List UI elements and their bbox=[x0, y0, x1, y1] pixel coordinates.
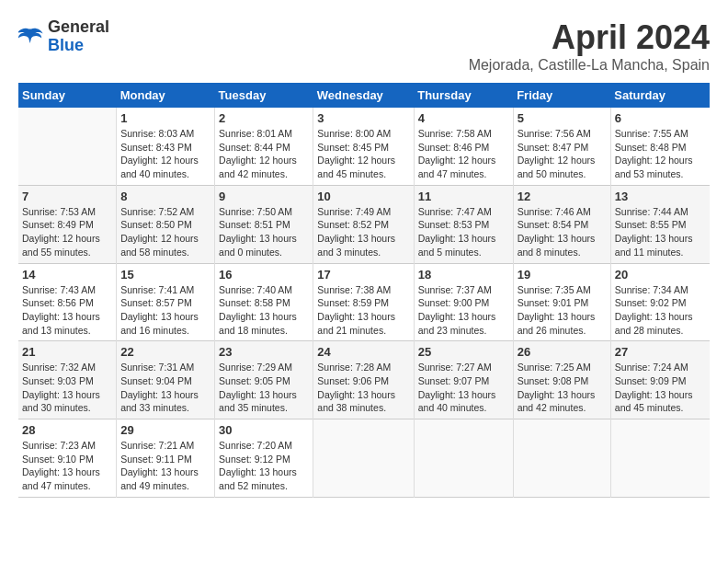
day-number: 11 bbox=[418, 190, 509, 203]
logo: General Blue bbox=[18, 18, 109, 55]
calendar-day-header: Tuesday bbox=[215, 83, 313, 108]
calendar-day-cell: 11Sunrise: 7:47 AM Sunset: 8:53 PM Dayli… bbox=[414, 185, 513, 263]
day-number: 27 bbox=[615, 345, 706, 359]
day-info: Sunrise: 7:46 AM Sunset: 8:54 PM Dayligh… bbox=[518, 205, 607, 259]
calendar-day-cell: 29Sunrise: 7:21 AM Sunset: 9:11 PM Dayli… bbox=[117, 419, 215, 498]
day-info: Sunrise: 7:47 AM Sunset: 8:53 PM Dayligh… bbox=[418, 205, 509, 259]
calendar-day-cell: 9Sunrise: 7:50 AM Sunset: 8:51 PM Daylig… bbox=[215, 185, 313, 263]
day-number: 13 bbox=[615, 190, 706, 203]
day-number: 17 bbox=[317, 268, 409, 282]
day-info: Sunrise: 7:38 AM Sunset: 8:59 PM Dayligh… bbox=[317, 283, 409, 338]
day-number: 14 bbox=[22, 268, 112, 282]
calendar-day-cell: 10Sunrise: 7:49 AM Sunset: 8:52 PM Dayli… bbox=[313, 185, 414, 263]
calendar-day-cell: 6Sunrise: 7:55 AM Sunset: 8:48 PM Daylig… bbox=[610, 108, 710, 185]
day-number: 21 bbox=[22, 345, 112, 359]
calendar-day-cell: 15Sunrise: 7:41 AM Sunset: 8:57 PM Dayli… bbox=[117, 263, 215, 341]
day-number: 20 bbox=[615, 268, 706, 282]
day-number: 10 bbox=[317, 190, 409, 203]
day-number: 15 bbox=[120, 268, 210, 282]
calendar-day-cell: 23Sunrise: 7:29 AM Sunset: 9:05 PM Dayli… bbox=[215, 341, 313, 419]
calendar-day-header: Sunday bbox=[18, 83, 117, 108]
calendar-day-header: Wednesday bbox=[313, 83, 414, 108]
day-number: 19 bbox=[518, 268, 607, 282]
calendar-week-row: 14Sunrise: 7:43 AM Sunset: 8:56 PM Dayli… bbox=[18, 263, 710, 341]
calendar-day-cell bbox=[18, 108, 117, 185]
calendar-week-row: 1Sunrise: 8:03 AM Sunset: 8:43 PM Daylig… bbox=[18, 108, 710, 185]
calendar-day-cell: 18Sunrise: 7:37 AM Sunset: 9:00 PM Dayli… bbox=[414, 263, 513, 341]
calendar-day-cell: 22Sunrise: 7:31 AM Sunset: 9:04 PM Dayli… bbox=[117, 341, 215, 419]
day-number: 24 bbox=[317, 345, 409, 359]
day-info: Sunrise: 7:37 AM Sunset: 9:00 PM Dayligh… bbox=[418, 283, 509, 338]
day-info: Sunrise: 7:41 AM Sunset: 8:57 PM Dayligh… bbox=[120, 283, 210, 338]
day-info: Sunrise: 7:32 AM Sunset: 9:03 PM Dayligh… bbox=[22, 361, 112, 415]
day-number: 29 bbox=[120, 423, 210, 437]
calendar-day-cell: 13Sunrise: 7:44 AM Sunset: 8:55 PM Dayli… bbox=[610, 185, 710, 263]
day-info: Sunrise: 7:35 AM Sunset: 9:01 PM Dayligh… bbox=[518, 283, 607, 338]
day-info: Sunrise: 8:03 AM Sunset: 8:43 PM Dayligh… bbox=[120, 127, 210, 181]
calendar-week-row: 21Sunrise: 7:32 AM Sunset: 9:03 PM Dayli… bbox=[18, 341, 710, 419]
day-number: 2 bbox=[219, 111, 309, 125]
month-title: April 2024 bbox=[469, 18, 710, 57]
calendar-table: SundayMondayTuesdayWednesdayThursdayFrid… bbox=[18, 83, 710, 498]
day-info: Sunrise: 7:50 AM Sunset: 8:51 PM Dayligh… bbox=[219, 205, 309, 259]
day-number: 30 bbox=[219, 423, 309, 437]
calendar-day-cell bbox=[513, 419, 610, 498]
day-info: Sunrise: 7:28 AM Sunset: 9:06 PM Dayligh… bbox=[317, 361, 409, 415]
calendar-day-cell: 3Sunrise: 8:00 AM Sunset: 8:45 PM Daylig… bbox=[313, 108, 414, 185]
calendar-day-cell: 8Sunrise: 7:52 AM Sunset: 8:50 PM Daylig… bbox=[117, 185, 215, 263]
day-info: Sunrise: 7:58 AM Sunset: 8:46 PM Dayligh… bbox=[418, 127, 509, 181]
day-info: Sunrise: 7:24 AM Sunset: 9:09 PM Dayligh… bbox=[615, 361, 706, 415]
calendar-day-cell: 14Sunrise: 7:43 AM Sunset: 8:56 PM Dayli… bbox=[18, 263, 117, 341]
calendar-day-cell: 5Sunrise: 7:56 AM Sunset: 8:47 PM Daylig… bbox=[513, 108, 610, 185]
calendar-day-cell: 12Sunrise: 7:46 AM Sunset: 8:54 PM Dayli… bbox=[513, 185, 610, 263]
calendar-day-cell: 19Sunrise: 7:35 AM Sunset: 9:01 PM Dayli… bbox=[513, 263, 610, 341]
calendar-day-header: Saturday bbox=[610, 83, 710, 108]
day-info: Sunrise: 7:34 AM Sunset: 9:02 PM Dayligh… bbox=[615, 283, 706, 338]
day-info: Sunrise: 7:29 AM Sunset: 9:05 PM Dayligh… bbox=[219, 361, 309, 415]
logo-bird-icon bbox=[18, 24, 44, 50]
day-number: 1 bbox=[120, 111, 210, 125]
day-info: Sunrise: 8:00 AM Sunset: 8:45 PM Dayligh… bbox=[317, 127, 409, 181]
day-info: Sunrise: 7:31 AM Sunset: 9:04 PM Dayligh… bbox=[120, 361, 210, 415]
day-number: 12 bbox=[518, 190, 607, 203]
logo-blue-text: Blue bbox=[48, 37, 109, 55]
day-info: Sunrise: 7:20 AM Sunset: 9:12 PM Dayligh… bbox=[219, 439, 309, 493]
calendar-week-row: 28Sunrise: 7:23 AM Sunset: 9:10 PM Dayli… bbox=[18, 419, 710, 498]
calendar-day-cell bbox=[610, 419, 710, 498]
day-info: Sunrise: 7:43 AM Sunset: 8:56 PM Dayligh… bbox=[22, 283, 112, 338]
calendar-day-cell: 24Sunrise: 7:28 AM Sunset: 9:06 PM Dayli… bbox=[313, 341, 414, 419]
calendar-day-cell: 28Sunrise: 7:23 AM Sunset: 9:10 PM Dayli… bbox=[18, 419, 117, 498]
day-number: 16 bbox=[219, 268, 309, 282]
title-section: April 2024 Mejorada, Castille-La Mancha,… bbox=[469, 18, 710, 74]
calendar-week-row: 7Sunrise: 7:53 AM Sunset: 8:49 PM Daylig… bbox=[18, 185, 710, 263]
day-info: Sunrise: 7:56 AM Sunset: 8:47 PM Dayligh… bbox=[518, 127, 607, 181]
day-number: 22 bbox=[120, 345, 210, 359]
calendar-day-cell: 25Sunrise: 7:27 AM Sunset: 9:07 PM Dayli… bbox=[414, 341, 513, 419]
calendar-day-cell: 26Sunrise: 7:25 AM Sunset: 9:08 PM Dayli… bbox=[513, 341, 610, 419]
day-info: Sunrise: 8:01 AM Sunset: 8:44 PM Dayligh… bbox=[219, 127, 309, 181]
calendar-day-cell: 21Sunrise: 7:32 AM Sunset: 9:03 PM Dayli… bbox=[18, 341, 117, 419]
day-info: Sunrise: 7:44 AM Sunset: 8:55 PM Dayligh… bbox=[615, 205, 706, 259]
calendar-day-cell: 17Sunrise: 7:38 AM Sunset: 8:59 PM Dayli… bbox=[313, 263, 414, 341]
day-number: 6 bbox=[615, 111, 706, 125]
calendar-day-cell: 30Sunrise: 7:20 AM Sunset: 9:12 PM Dayli… bbox=[215, 419, 313, 498]
calendar-day-cell: 16Sunrise: 7:40 AM Sunset: 8:58 PM Dayli… bbox=[215, 263, 313, 341]
calendar-day-cell: 20Sunrise: 7:34 AM Sunset: 9:02 PM Dayli… bbox=[610, 263, 710, 341]
day-info: Sunrise: 7:25 AM Sunset: 9:08 PM Dayligh… bbox=[518, 361, 607, 415]
day-number: 28 bbox=[22, 423, 112, 437]
day-info: Sunrise: 7:53 AM Sunset: 8:49 PM Dayligh… bbox=[22, 205, 112, 259]
location-title: Mejorada, Castille-La Mancha, Spain bbox=[469, 57, 710, 74]
day-number: 9 bbox=[219, 190, 309, 203]
day-number: 25 bbox=[418, 345, 509, 359]
day-info: Sunrise: 7:23 AM Sunset: 9:10 PM Dayligh… bbox=[22, 439, 112, 493]
day-number: 7 bbox=[22, 190, 112, 203]
day-info: Sunrise: 7:52 AM Sunset: 8:50 PM Dayligh… bbox=[120, 205, 210, 259]
day-number: 5 bbox=[518, 111, 607, 125]
calendar-day-cell: 1Sunrise: 8:03 AM Sunset: 8:43 PM Daylig… bbox=[117, 108, 215, 185]
calendar-day-cell: 2Sunrise: 8:01 AM Sunset: 8:44 PM Daylig… bbox=[215, 108, 313, 185]
day-info: Sunrise: 7:49 AM Sunset: 8:52 PM Dayligh… bbox=[317, 205, 409, 259]
day-info: Sunrise: 7:40 AM Sunset: 8:58 PM Dayligh… bbox=[219, 283, 309, 338]
day-number: 3 bbox=[317, 111, 409, 125]
day-info: Sunrise: 7:27 AM Sunset: 9:07 PM Dayligh… bbox=[418, 361, 509, 415]
calendar-day-cell bbox=[414, 419, 513, 498]
